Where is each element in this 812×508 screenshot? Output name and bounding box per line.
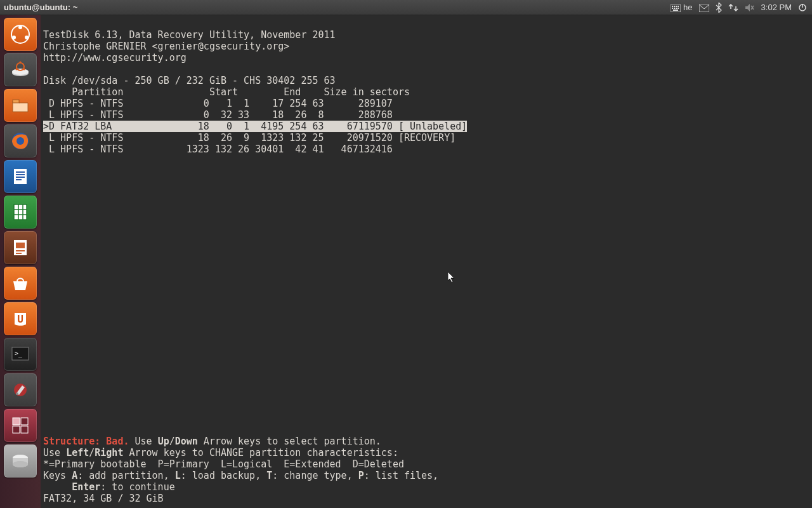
svg-rect-30 xyxy=(16,174,25,175)
svg-point-23 xyxy=(15,68,17,70)
svg-rect-43 xyxy=(13,418,20,425)
fs-info: FAT32, 34 GB / 32 GiB xyxy=(43,493,164,504)
network-icon[interactable] xyxy=(728,3,738,13)
partition-row[interactable]: D HPFS - NTFS 0 1 1 17 254 63 289107 xyxy=(43,98,393,109)
clock[interactable]: 3:02 PM xyxy=(761,3,792,12)
svg-rect-5 xyxy=(672,8,673,9)
partition-row[interactable]: L HPFS - NTFS 18 26 9 1323 132 25 209715… xyxy=(43,132,455,144)
svg-rect-35 xyxy=(16,243,25,248)
keyboard-layout-label: he xyxy=(683,3,692,12)
svg-rect-46 xyxy=(21,426,28,433)
installer-icon[interactable] xyxy=(4,53,37,86)
svg-point-20 xyxy=(12,69,29,75)
svg-point-18 xyxy=(25,36,29,39)
impress-icon[interactable] xyxy=(4,231,37,264)
svg-point-17 xyxy=(12,36,16,39)
svg-rect-8 xyxy=(678,8,679,9)
partition-columns: Partition Start End Size in sectors xyxy=(43,86,410,98)
keyboard-indicator[interactable]: he xyxy=(671,3,692,12)
volume-icon[interactable] xyxy=(745,3,755,13)
firefox-icon[interactable] xyxy=(4,124,37,157)
files-icon[interactable] xyxy=(4,89,37,122)
workspace-switcher-icon[interactable] xyxy=(4,409,37,442)
svg-point-24 xyxy=(23,68,25,70)
svg-text:>_: >_ xyxy=(15,350,23,358)
svg-rect-44 xyxy=(21,418,28,425)
settings-icon[interactable] xyxy=(4,373,37,406)
indicator-area: he 3:02 PM xyxy=(671,2,812,13)
svg-rect-37 xyxy=(16,253,22,254)
svg-rect-4 xyxy=(678,6,679,7)
svg-rect-29 xyxy=(16,171,25,173)
svg-rect-2 xyxy=(674,6,675,7)
window-title: ubuntu@ubuntu: ~ xyxy=(0,3,77,12)
launcher: U >_ xyxy=(0,15,41,508)
svg-text:U: U xyxy=(17,313,23,325)
status-area: Structure: Bad. Use Up/Down Arrow keys t… xyxy=(43,436,438,504)
terminal-icon[interactable]: >_ xyxy=(4,338,37,371)
ubuntu-one-icon[interactable]: U xyxy=(4,302,37,335)
svg-rect-7 xyxy=(676,8,677,9)
software-center-icon[interactable] xyxy=(4,267,37,300)
partition-row[interactable]: L HPFS - NTFS 0 32 33 18 26 8 288768 xyxy=(43,109,393,121)
svg-rect-31 xyxy=(16,177,25,178)
power-icon[interactable] xyxy=(798,3,807,13)
bluetooth-icon[interactable] xyxy=(716,2,722,13)
svg-rect-33 xyxy=(14,204,27,220)
top-panel: ubuntu@ubuntu: ~ he 3:02 PM xyxy=(0,0,812,15)
svg-point-27 xyxy=(16,137,24,145)
dash-icon[interactable] xyxy=(4,18,37,51)
svg-point-48 xyxy=(13,461,28,467)
structure-status: Structure: Bad. xyxy=(43,436,129,447)
svg-rect-36 xyxy=(16,250,25,251)
legend: *=Primary bootable P=Primary L=Logical E… xyxy=(43,458,404,470)
svg-point-42 xyxy=(16,392,18,395)
svg-rect-9 xyxy=(673,10,678,11)
testdisk-header-3: http://www.cgsecurity.org xyxy=(43,52,187,64)
svg-rect-25 xyxy=(13,100,19,103)
svg-rect-3 xyxy=(676,6,677,7)
writer-icon[interactable] xyxy=(4,160,37,193)
svg-point-16 xyxy=(18,25,22,29)
terminal[interactable]: TestDisk 6.13, Data Recovery Utility, No… xyxy=(41,15,812,508)
svg-point-22 xyxy=(19,61,21,63)
svg-rect-6 xyxy=(674,8,675,9)
calc-icon[interactable] xyxy=(4,196,37,229)
testdisk-header-1: TestDisk 6.13, Data Recovery Utility, No… xyxy=(43,29,336,41)
drive-icon[interactable] xyxy=(4,444,37,478)
partition-row[interactable]: L HPFS - NTFS 1323 132 26 30401 42 41 46… xyxy=(43,144,393,155)
mail-icon[interactable] xyxy=(699,3,709,12)
svg-rect-45 xyxy=(13,426,20,433)
disk-line: Disk /dev/sda - 250 GB / 232 GiB - CHS 3… xyxy=(43,75,336,86)
partition-row-selected[interactable]: >D FAT32 LBA 18 0 1 4195 254 63 67119570… xyxy=(43,121,467,132)
svg-rect-1 xyxy=(672,6,673,7)
svg-rect-32 xyxy=(16,179,22,180)
testdisk-header-2: Christophe GRENIER <grenier@cgsecurity.o… xyxy=(43,41,289,52)
